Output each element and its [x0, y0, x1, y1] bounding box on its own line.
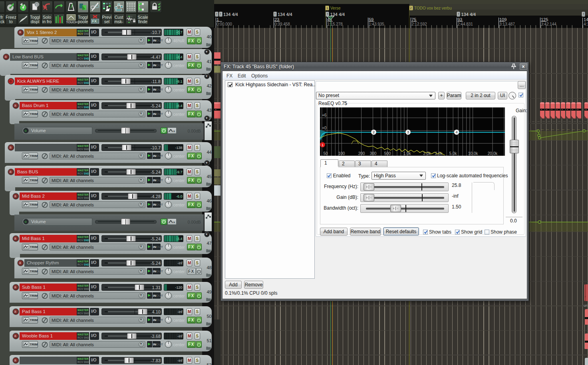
svg-text:4: 4 [455, 130, 457, 134]
svg-text:200: 200 [358, 151, 365, 156]
svg-text:20.0k: 20.0k [487, 151, 497, 156]
svg-text:+0: +0 [322, 125, 327, 130]
svg-text:2: 2 [372, 130, 374, 134]
svg-text:50: 50 [323, 151, 328, 156]
svg-text:10.0k: 10.0k [468, 151, 478, 156]
svg-text:5.0k: 5.0k [449, 151, 457, 156]
svg-text:i: i [36, 3, 37, 6]
svg-text:1.0k: 1.0k [403, 151, 411, 156]
svg-text:3: 3 [407, 130, 409, 134]
svg-text:100: 100 [338, 151, 345, 156]
svg-text:500: 500 [384, 151, 391, 156]
svg-text:1: 1 [321, 143, 323, 147]
svg-text:300: 300 [369, 151, 376, 156]
svg-text:+6: +6 [322, 113, 327, 117]
